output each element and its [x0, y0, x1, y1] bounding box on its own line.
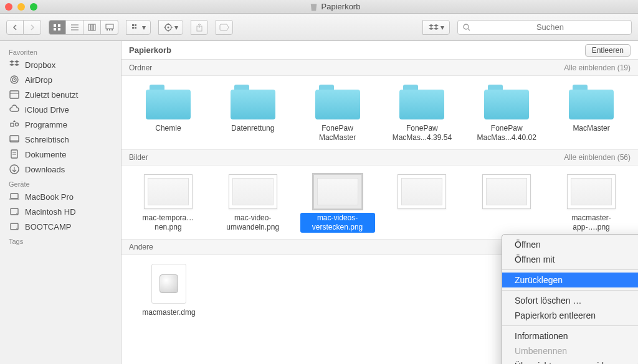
item-label [419, 213, 424, 214]
context-separator [502, 290, 638, 291]
svg-rect-15 [135, 24, 136, 26]
forward-button[interactable] [24, 20, 41, 35]
context-menu: ÖffnenÖffnen mit▶ZurücklegenSofort lösch… [502, 234, 638, 364]
context-item--ffnen-mit[interactable]: Öffnen mit▶ [502, 252, 638, 267]
item-label: mac-video-umwandeln.png [216, 213, 290, 233]
sidebar-item-label: Downloads [25, 165, 65, 174]
sidebar-item-label: iCloud Drive [25, 105, 69, 114]
laptop-icon [9, 191, 20, 202]
context-item-label: Informationen [515, 331, 568, 341]
column-view-button[interactable] [83, 20, 101, 35]
svg-rect-7 [88, 24, 90, 30]
sidebar-group-header: Geräte [0, 177, 121, 189]
sidebar-item-macintosh-hd[interactable]: Macintosh HD [0, 204, 121, 219]
icon-view-button[interactable] [49, 20, 66, 35]
svg-point-34 [16, 123, 19, 126]
svg-rect-0 [54, 24, 56, 27]
svg-rect-17 [135, 27, 136, 29]
search-input[interactable] [474, 22, 626, 32]
svg-line-27 [468, 29, 470, 30]
svg-rect-2 [54, 28, 56, 30]
sidebar-group-header: Favoriten [0, 45, 121, 57]
folder-item[interactable]: FonePaw MacMas...4.40.02 [467, 85, 546, 143]
sidebar-item-macbook-pro[interactable]: MacBook Pro [0, 189, 121, 204]
sidebar-item-label: Macintosh HD [25, 207, 76, 217]
sidebar-item-zuletzt-benutzt[interactable]: Zuletzt benutzt [0, 87, 121, 102]
minimize-window-button[interactable] [17, 3, 25, 11]
content-area: Papierkorb Entleeren OrdnerAlle einblend… [121, 41, 638, 364]
sidebar-item-dokumente[interactable]: Dokumente [0, 147, 121, 162]
image-thumbnail [313, 174, 362, 209]
folder-item[interactable]: Datenrettung [214, 85, 292, 143]
sidebar-item-label: Dokumente [25, 150, 66, 159]
section-header: OrdnerAlle einblenden (19) [121, 60, 638, 76]
gallery-view-button[interactable] [101, 20, 118, 35]
airdrop-icon [9, 74, 20, 85]
back-button[interactable] [6, 20, 24, 35]
view-buttons [49, 20, 118, 35]
sidebar-item-schreibtisch[interactable]: Schreibtisch [0, 132, 121, 147]
sidebar-group-header: Tags [0, 234, 121, 246]
section-count[interactable]: Alle einblenden (19) [564, 63, 631, 72]
folder-icon [399, 85, 444, 119]
sidebar-item-bootcamp[interactable]: BOOTCAMP [0, 219, 121, 234]
context-item-informationen[interactable]: Informationen [502, 329, 638, 343]
folder-item[interactable]: MacMaster [552, 85, 631, 143]
sidebar-item-airdrop[interactable]: AirDrop [0, 72, 121, 87]
context-separator [502, 269, 638, 270]
empty-trash-button[interactable]: Entleeren [585, 44, 631, 57]
sidebar-item-label: Programme [25, 120, 67, 129]
list-view-button[interactable] [66, 20, 83, 35]
share-button[interactable] [191, 20, 208, 35]
context-item-zur-cklegen[interactable]: Zurücklegen [502, 273, 638, 287]
sidebar-item-icloud-drive[interactable]: iCloud Drive [0, 102, 121, 117]
search-field[interactable] [457, 20, 632, 35]
folder-icon [484, 85, 529, 119]
section-count[interactable]: Alle einblenden (56) [564, 153, 631, 162]
section-header: BilderAlle einblenden (56) [121, 149, 638, 166]
image-item[interactable]: macmaster-app-….png [552, 174, 631, 233]
tags-button[interactable] [216, 20, 233, 35]
item-label: FonePaw MacMaster [300, 123, 375, 143]
action-button[interactable]: ▾ [158, 20, 183, 35]
section-title: Ordner [129, 63, 152, 72]
context-separator [502, 325, 638, 326]
context-item-papierkorb-entleeren[interactable]: Papierkorb entleeren [502, 308, 638, 323]
svg-rect-13 [112, 29, 113, 30]
sidebar-item-programme[interactable]: Programme [0, 117, 121, 132]
dmg-item[interactable]: macmaster.dmg [129, 264, 209, 318]
sidebar-item-label: AirDrop [25, 75, 52, 85]
close-window-button[interactable] [5, 3, 12, 11]
image-item[interactable] [467, 174, 546, 233]
folder-item[interactable]: FonePaw MacMas...4.39.54 [383, 85, 461, 143]
folder-icon [146, 85, 191, 119]
hdd-icon [9, 221, 20, 232]
context-item-sofort-l-schen-[interactable]: Sofort löschen … [502, 293, 638, 308]
dropbox-toolbar-button[interactable]: ▾ [422, 20, 450, 35]
image-item[interactable]: mac-videos-verstecken.png [298, 174, 377, 233]
folder-item[interactable]: Chemie [129, 85, 207, 143]
zoom-window-button[interactable] [30, 3, 37, 11]
context-item--ffnen[interactable]: Öffnen [502, 237, 638, 252]
svg-rect-1 [58, 24, 60, 27]
nav-buttons [6, 20, 41, 35]
context-item--bersicht-von-mac-videos-verstecken-png-[interactable]: Übersicht von „mac-videos-verstecken.png… [502, 358, 638, 364]
sidebar-item-dropbox[interactable]: Dropbox [0, 57, 121, 72]
group-by-button[interactable]: ▾ [126, 20, 151, 35]
svg-rect-33 [11, 123, 14, 126]
svg-rect-3 [58, 28, 60, 30]
sidebar-item-label: Schreibtisch [25, 135, 69, 144]
sidebar-item-downloads[interactable]: Downloads [0, 162, 121, 177]
recent-icon [9, 89, 20, 100]
path-bar: Papierkorb Entleeren [121, 41, 638, 60]
context-item-label: Papierkorb entleeren [515, 310, 596, 320]
image-item[interactable]: mac-tempora…nen.png [129, 174, 207, 233]
image-item[interactable] [383, 174, 461, 233]
item-label: macmaster-app-….png [554, 213, 629, 233]
section-title: Andere [129, 243, 153, 251]
context-item-label: Übersicht von „mac-videos-verstecken.png… [515, 361, 638, 364]
context-item-umbenennen: Umbenennen [502, 343, 638, 358]
folder-item[interactable]: FonePaw MacMaster [298, 85, 377, 143]
sidebar-item-label: MacBook Pro [25, 192, 74, 202]
image-item[interactable]: mac-video-umwandeln.png [214, 174, 292, 233]
